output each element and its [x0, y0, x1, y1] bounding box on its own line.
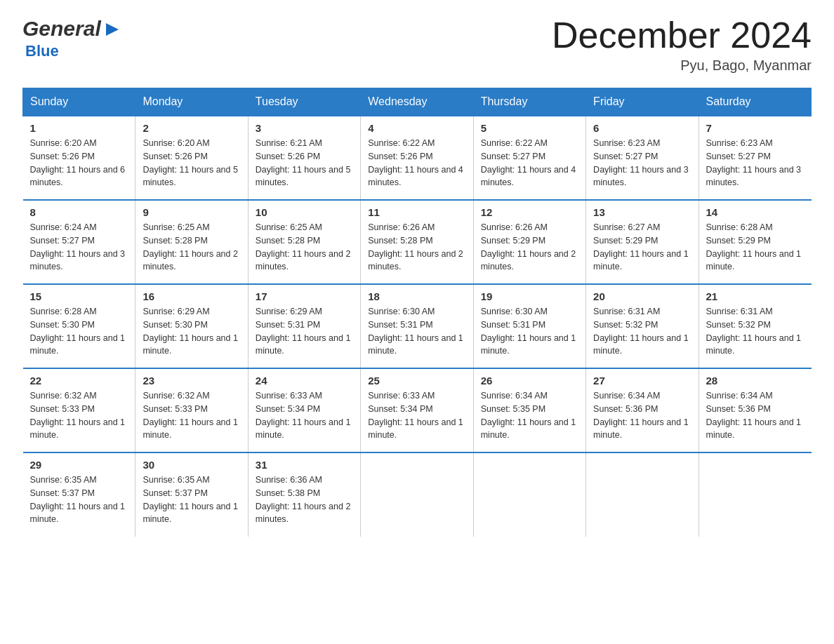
calendar-cell: 13 Sunrise: 6:27 AMSunset: 5:29 PMDaylig…: [586, 200, 699, 284]
title-section: December 2024 Pyu, Bago, Myanmar: [552, 17, 812, 74]
header-day-friday: Friday: [586, 88, 699, 116]
day-info: Sunrise: 6:35 AMSunset: 5:37 PMDaylight:…: [143, 475, 238, 524]
calendar-cell: 26 Sunrise: 6:34 AMSunset: 5:35 PMDaylig…: [473, 368, 585, 452]
day-info: Sunrise: 6:34 AMSunset: 5:36 PMDaylight:…: [706, 391, 802, 440]
day-number: 15: [30, 290, 128, 302]
calendar-table: SundayMondayTuesdayWednesdayThursdayFrid…: [22, 88, 812, 537]
calendar-cell: [699, 452, 811, 537]
day-info: Sunrise: 6:26 AMSunset: 5:29 PMDaylight:…: [481, 222, 576, 271]
calendar-cell: 27 Sunrise: 6:34 AMSunset: 5:36 PMDaylig…: [586, 368, 699, 452]
day-number: 28: [706, 375, 805, 387]
logo-icon: [103, 20, 121, 39]
day-number: 25: [368, 375, 465, 387]
svg-marker-0: [106, 23, 119, 36]
page-header: General Blue December 2024 Pyu, Bago, My…: [22, 17, 812, 74]
day-number: 23: [143, 375, 240, 387]
day-info: Sunrise: 6:28 AMSunset: 5:30 PMDaylight:…: [30, 307, 126, 356]
calendar-cell: 3 Sunrise: 6:21 AMSunset: 5:26 PMDayligh…: [248, 116, 360, 200]
calendar-cell: 10 Sunrise: 6:25 AMSunset: 5:28 PMDaylig…: [248, 200, 360, 284]
day-info: Sunrise: 6:27 AMSunset: 5:29 PMDaylight:…: [593, 222, 689, 271]
day-number: 6: [593, 122, 691, 134]
day-info: Sunrise: 6:23 AMSunset: 5:27 PMDaylight:…: [593, 138, 689, 187]
day-info: Sunrise: 6:25 AMSunset: 5:28 PMDaylight:…: [256, 222, 351, 271]
calendar-cell: 21 Sunrise: 6:31 AMSunset: 5:32 PMDaylig…: [699, 284, 811, 368]
calendar-cell: [361, 452, 473, 537]
calendar-cell: 11 Sunrise: 6:26 AMSunset: 5:28 PMDaylig…: [361, 200, 473, 284]
day-info: Sunrise: 6:36 AMSunset: 5:38 PMDaylight:…: [256, 475, 351, 524]
day-info: Sunrise: 6:33 AMSunset: 5:34 PMDaylight:…: [256, 391, 351, 440]
day-number: 27: [593, 375, 691, 387]
calendar-cell: 31 Sunrise: 6:36 AMSunset: 5:38 PMDaylig…: [248, 452, 360, 537]
day-info: Sunrise: 6:32 AMSunset: 5:33 PMDaylight:…: [30, 391, 126, 440]
calendar-cell: 25 Sunrise: 6:33 AMSunset: 5:34 PMDaylig…: [361, 368, 473, 452]
day-number: 19: [481, 290, 578, 302]
calendar-cell: [473, 452, 585, 537]
calendar-body: 1 Sunrise: 6:20 AMSunset: 5:26 PMDayligh…: [23, 116, 812, 537]
day-number: 18: [368, 290, 465, 302]
day-number: 3: [256, 122, 353, 134]
day-number: 4: [368, 122, 465, 134]
day-info: Sunrise: 6:34 AMSunset: 5:35 PMDaylight:…: [481, 391, 576, 440]
week-row-3: 15 Sunrise: 6:28 AMSunset: 5:30 PMDaylig…: [23, 284, 812, 368]
month-title: December 2024: [552, 17, 812, 53]
day-number: 13: [593, 206, 691, 218]
day-info: Sunrise: 6:34 AMSunset: 5:36 PMDaylight:…: [593, 391, 689, 440]
calendar-cell: 29 Sunrise: 6:35 AMSunset: 5:37 PMDaylig…: [23, 452, 135, 537]
week-row-5: 29 Sunrise: 6:35 AMSunset: 5:37 PMDaylig…: [23, 452, 812, 537]
day-number: 22: [30, 375, 128, 387]
day-number: 30: [143, 459, 240, 471]
day-info: Sunrise: 6:25 AMSunset: 5:28 PMDaylight:…: [143, 222, 238, 271]
logo: General Blue: [22, 17, 121, 60]
calendar-cell: 1 Sunrise: 6:20 AMSunset: 5:26 PMDayligh…: [23, 116, 135, 200]
day-info: Sunrise: 6:30 AMSunset: 5:31 PMDaylight:…: [368, 307, 463, 356]
day-info: Sunrise: 6:28 AMSunset: 5:29 PMDaylight:…: [706, 222, 802, 271]
day-info: Sunrise: 6:31 AMSunset: 5:32 PMDaylight:…: [593, 307, 689, 356]
header-row: SundayMondayTuesdayWednesdayThursdayFrid…: [23, 88, 812, 116]
day-number: 24: [256, 375, 353, 387]
day-number: 12: [481, 206, 578, 218]
day-info: Sunrise: 6:23 AMSunset: 5:27 PMDaylight:…: [706, 138, 802, 187]
day-number: 21: [706, 290, 805, 302]
header-day-monday: Monday: [135, 88, 248, 116]
calendar-cell: 6 Sunrise: 6:23 AMSunset: 5:27 PMDayligh…: [586, 116, 699, 200]
day-info: Sunrise: 6:22 AMSunset: 5:27 PMDaylight:…: [481, 138, 576, 187]
calendar-cell: 16 Sunrise: 6:29 AMSunset: 5:30 PMDaylig…: [135, 284, 248, 368]
day-info: Sunrise: 6:21 AMSunset: 5:26 PMDaylight:…: [256, 138, 351, 187]
calendar-cell: 18 Sunrise: 6:30 AMSunset: 5:31 PMDaylig…: [361, 284, 473, 368]
calendar-cell: 30 Sunrise: 6:35 AMSunset: 5:37 PMDaylig…: [135, 452, 248, 537]
calendar-cell: 9 Sunrise: 6:25 AMSunset: 5:28 PMDayligh…: [135, 200, 248, 284]
day-info: Sunrise: 6:35 AMSunset: 5:37 PMDaylight:…: [30, 475, 126, 524]
header-day-sunday: Sunday: [23, 88, 135, 116]
day-number: 17: [256, 290, 353, 302]
calendar-cell: 28 Sunrise: 6:34 AMSunset: 5:36 PMDaylig…: [699, 368, 811, 452]
day-info: Sunrise: 6:29 AMSunset: 5:30 PMDaylight:…: [143, 307, 238, 356]
calendar-cell: 23 Sunrise: 6:32 AMSunset: 5:33 PMDaylig…: [135, 368, 248, 452]
header-day-saturday: Saturday: [699, 88, 811, 116]
day-info: Sunrise: 6:29 AMSunset: 5:31 PMDaylight:…: [256, 307, 351, 356]
day-number: 7: [706, 122, 805, 134]
day-number: 1: [30, 122, 128, 134]
day-info: Sunrise: 6:20 AMSunset: 5:26 PMDaylight:…: [143, 138, 238, 187]
day-number: 11: [368, 206, 465, 218]
calendar-cell: 2 Sunrise: 6:20 AMSunset: 5:26 PMDayligh…: [135, 116, 248, 200]
day-info: Sunrise: 6:30 AMSunset: 5:31 PMDaylight:…: [481, 307, 576, 356]
calendar-cell: 20 Sunrise: 6:31 AMSunset: 5:32 PMDaylig…: [586, 284, 699, 368]
day-number: 20: [593, 290, 691, 302]
calendar-cell: 4 Sunrise: 6:22 AMSunset: 5:26 PMDayligh…: [361, 116, 473, 200]
calendar-cell: 5 Sunrise: 6:22 AMSunset: 5:27 PMDayligh…: [473, 116, 585, 200]
calendar-cell: 15 Sunrise: 6:28 AMSunset: 5:30 PMDaylig…: [23, 284, 135, 368]
calendar-header: SundayMondayTuesdayWednesdayThursdayFrid…: [23, 88, 812, 116]
week-row-2: 8 Sunrise: 6:24 AMSunset: 5:27 PMDayligh…: [23, 200, 812, 284]
calendar-cell: 8 Sunrise: 6:24 AMSunset: 5:27 PMDayligh…: [23, 200, 135, 284]
calendar-cell: [586, 452, 699, 537]
location-text: Pyu, Bago, Myanmar: [552, 58, 812, 74]
calendar-cell: 24 Sunrise: 6:33 AMSunset: 5:34 PMDaylig…: [248, 368, 360, 452]
day-number: 14: [706, 206, 805, 218]
day-number: 31: [256, 459, 353, 471]
calendar-cell: 12 Sunrise: 6:26 AMSunset: 5:29 PMDaylig…: [473, 200, 585, 284]
calendar-cell: 22 Sunrise: 6:32 AMSunset: 5:33 PMDaylig…: [23, 368, 135, 452]
header-day-wednesday: Wednesday: [361, 88, 473, 116]
day-number: 2: [143, 122, 240, 134]
day-info: Sunrise: 6:22 AMSunset: 5:26 PMDaylight:…: [368, 138, 463, 187]
calendar-cell: 7 Sunrise: 6:23 AMSunset: 5:27 PMDayligh…: [699, 116, 811, 200]
